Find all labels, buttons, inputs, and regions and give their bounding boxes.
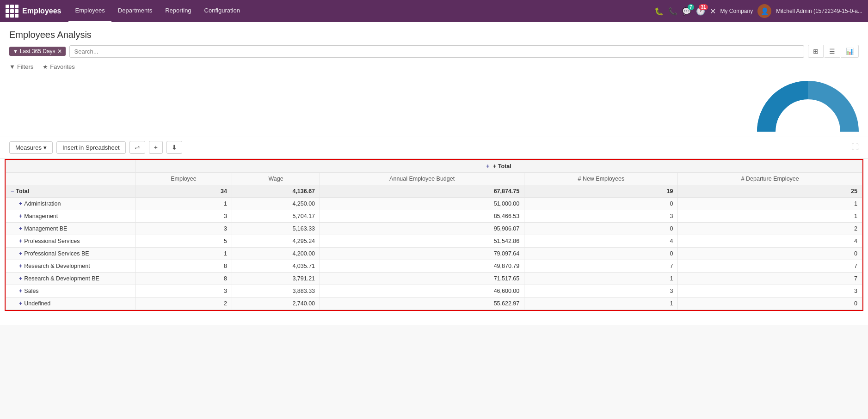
table-row[interactable]: +Undefined 2 2,740.00 55,622.97 1 0 — [6, 298, 862, 310]
expand-btn[interactable]: ⛶ — [851, 143, 859, 152]
row-annual-budget: 71,517.65 — [320, 273, 524, 285]
row-label[interactable]: +Undefined — [6, 298, 135, 310]
row-wage: 4,035.71 — [232, 260, 320, 273]
add-icon-btn[interactable]: + — [149, 141, 163, 154]
page-header: Employees Analysis ▼ Last 365 Days ✕ ⊞ ☰… — [0, 22, 868, 76]
table-row[interactable]: +Management BE 3 5,163.33 95,906.07 0 2 — [6, 223, 862, 235]
row-label[interactable]: +Management BE — [6, 223, 135, 235]
total-column-header[interactable]: + + Total — [135, 160, 862, 173]
filters-btn[interactable]: ▼ Filters — [9, 63, 33, 70]
table-row[interactable]: +Research & Development BE 8 3,791.21 71… — [6, 273, 862, 285]
row-new-employees: 1 — [524, 273, 678, 285]
row-annual-budget: 51,542.86 — [320, 235, 524, 248]
row-header-empty — [6, 160, 135, 173]
search-actions: ▼ Filters ★ Favorites — [9, 61, 859, 72]
favorites-btn[interactable]: ★ Favorites — [43, 63, 74, 70]
settings-icon-btn[interactable]: ⇌ — [129, 141, 145, 154]
search-input[interactable] — [69, 45, 804, 58]
chart-area — [0, 76, 868, 136]
row-new-employees: 0 — [524, 248, 678, 260]
filter-icon: ▼ — [13, 49, 18, 54]
main-menu: Employees Departments Reporting Configur… — [68, 0, 654, 22]
row-annual-budget: 49,870.79 — [320, 260, 524, 273]
row-wage: 5,704.17 — [232, 210, 320, 223]
grid-icon — [6, 5, 18, 18]
measures-button[interactable]: Measures ▾ — [9, 141, 53, 154]
row-label[interactable]: +Management — [6, 210, 135, 223]
row-new-employees: 4 — [524, 235, 678, 248]
row-new-employees: 3 — [524, 210, 678, 223]
insert-spreadsheet-button[interactable]: Insert in Spreadsheet — [56, 141, 126, 154]
table-row[interactable]: +Professional Services BE 1 4,200.00 79,… — [6, 248, 862, 260]
row-departure: 7 — [678, 273, 862, 285]
row-departure: 0 — [678, 298, 862, 310]
measures-dropdown-icon: ▾ — [43, 144, 47, 151]
filter-close-icon[interactable]: ✕ — [57, 48, 62, 55]
table-row[interactable]: +Administration 1 4,250.00 51,000.00 0 1 — [6, 198, 862, 210]
table-row[interactable]: +Professional Services 5 4,295.24 51,542… — [6, 235, 862, 248]
phone-icon[interactable]: 📞 — [668, 7, 677, 16]
row-new-employees: 3 — [524, 285, 678, 298]
clock-icon[interactable]: 🕐 31 — [696, 7, 705, 16]
app-logo[interactable]: Employees — [6, 5, 61, 18]
row-new-employees: 0 — [524, 223, 678, 235]
pivot-container: + + Total Employee Wage Annual Employee … — [0, 159, 868, 325]
row-departure: 3 — [678, 285, 862, 298]
view-chart-btn[interactable]: 📊 — [841, 45, 859, 58]
row-departure: 7 — [678, 260, 862, 273]
row-label[interactable]: +Administration — [6, 198, 135, 210]
pivot-table: + + Total Employee Wage Annual Employee … — [6, 160, 862, 310]
departure-col-header: # Departure Employee — [678, 173, 862, 185]
pivot-table-wrapper: + + Total Employee Wage Annual Employee … — [5, 159, 863, 311]
view-pivot-btn[interactable]: ⊞ — [808, 45, 824, 58]
avatar[interactable]: 👤 — [757, 4, 771, 18]
total-annual-budget: 67,874.75 — [320, 185, 524, 198]
bug-icon[interactable]: 🐛 — [654, 7, 664, 16]
row-wage: 3,791.21 — [232, 273, 320, 285]
plus-icon: + — [486, 163, 489, 170]
topnav: Employees Employees Departments Reportin… — [0, 0, 868, 22]
row-annual-budget: 55,622.97 — [320, 298, 524, 310]
toolbar: Measures ▾ Insert in Spreadsheet ⇌ + ⬇ ⛶ — [0, 136, 868, 159]
date-filter-tag[interactable]: ▼ Last 365 Days ✕ — [9, 47, 66, 56]
row-new-employees: 0 — [524, 198, 678, 210]
times-icon[interactable]: ✕ — [710, 7, 716, 16]
star-icon: ★ — [43, 63, 48, 70]
company-label[interactable]: My Company — [720, 8, 753, 14]
menu-employees[interactable]: Employees — [68, 0, 111, 22]
menu-reporting[interactable]: Reporting — [159, 0, 197, 22]
row-new-employees: 1 — [524, 298, 678, 310]
view-list-btn[interactable]: ☰ — [825, 45, 840, 58]
menu-configuration[interactable]: Configuration — [198, 0, 246, 22]
total-employee: 34 — [135, 185, 232, 198]
row-label[interactable]: +Sales — [6, 285, 135, 298]
table-row[interactable]: +Management 3 5,704.17 85,466.53 3 1 — [6, 210, 862, 223]
row-wage: 4,295.24 — [232, 235, 320, 248]
row-label[interactable]: +Professional Services — [6, 235, 135, 248]
row-label[interactable]: +Research & Development — [6, 260, 135, 273]
measures-label: Measures — [15, 144, 42, 151]
table-row[interactable]: +Research & Development 8 4,035.71 49,87… — [6, 260, 862, 273]
row-label[interactable]: +Professional Services BE — [6, 248, 135, 260]
wage-col-header: Wage — [232, 173, 320, 185]
download-icon-btn[interactable]: ⬇ — [166, 141, 182, 154]
chat-icon[interactable]: 💬 7 — [682, 7, 691, 16]
row-employee: 5 — [135, 235, 232, 248]
page-title: Employees Analysis — [9, 30, 859, 40]
row-label[interactable]: +Research & Development BE — [6, 273, 135, 285]
row-employee: 8 — [135, 260, 232, 273]
app-brand: Employees — [22, 7, 61, 15]
table-row[interactable]: +Sales 3 3,883.33 46,600.00 3 3 — [6, 285, 862, 298]
row-employee: 1 — [135, 198, 232, 210]
employee-col-header: Employee — [135, 173, 232, 185]
row-annual-budget: 51,000.00 — [320, 198, 524, 210]
row-wage: 3,883.33 — [232, 285, 320, 298]
pivot-total-row[interactable]: −Total 34 4,136.67 67,874.75 19 25 — [6, 185, 862, 198]
total-wage: 4,136.67 — [232, 185, 320, 198]
menu-departments[interactable]: Departments — [111, 0, 159, 22]
search-bar: ▼ Last 365 Days ✕ ⊞ ☰ 📊 — [9, 45, 859, 58]
total-new-employees: 19 — [524, 185, 678, 198]
label-col-header — [6, 173, 135, 185]
total-label[interactable]: −Total — [6, 185, 135, 198]
annual-budget-col-header: Annual Employee Budget — [320, 173, 524, 185]
